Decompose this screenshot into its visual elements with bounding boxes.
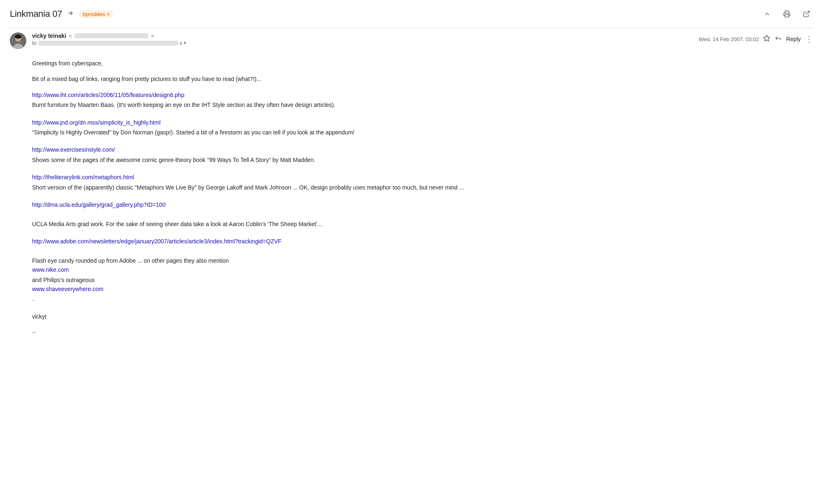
new-window-icon[interactable] (800, 7, 813, 21)
link-4-desc: Short version of the (apparently) classi… (32, 184, 464, 191)
greeting: Greetings from cyberspace, (32, 59, 813, 68)
more-options-button[interactable]: ⋮ (805, 34, 813, 44)
sender-email-bracket-close: > (151, 33, 154, 39)
link-6-desc-end: . (32, 296, 34, 302)
tag-chip[interactable]: bproddes × (79, 10, 113, 18)
recipients-abbreviation: s (180, 40, 183, 46)
intro: Bit of a mixed bag of links, ranging fro… (32, 74, 813, 83)
link-block-5: http://dma.ucla.edu/gallery/grad_gallery… (32, 200, 813, 229)
email-date: Wed, 14 Feb 2007, 03:02 (699, 36, 759, 42)
email-meta-row: vicky teinaki < > to s ▾ Wed, 14 Feb 200… (10, 28, 813, 51)
star-icon[interactable] (763, 35, 770, 44)
sender-name: vicky teinaki (32, 32, 66, 39)
to-row: to s ▾ (32, 40, 699, 46)
svg-line-2 (806, 11, 809, 14)
link-6[interactable]: http://www.adobe.com/newsletters/edge/ja… (32, 237, 813, 246)
print-icon[interactable] (780, 7, 793, 21)
link-5-desc: UCLA Media Arts grad work. For the sake … (32, 221, 322, 227)
link-3[interactable]: http://www.exercisesinstyle.com/ (32, 145, 813, 154)
link-6-desc-mid: and Philips's outrageous (32, 277, 95, 283)
reply-arrow-icon[interactable] (774, 35, 782, 44)
dash-separator: -- (32, 328, 813, 337)
tag-label: bproddes (83, 11, 105, 17)
sender-email-bracket-open: < (69, 33, 72, 39)
email-meta-right: Wed, 14 Feb 2007, 03:02 Reply ⋮ (699, 34, 813, 44)
archive-icon[interactable] (761, 7, 774, 21)
email-body: Greetings from cyberspace, Bit of a mixe… (10, 51, 813, 345)
email-signature: vickyt (32, 312, 813, 321)
reply-button[interactable]: Reply (786, 36, 801, 42)
to-label: to (32, 40, 37, 46)
svg-rect-1 (785, 15, 789, 17)
link-3-desc: Shows some of the pages of the awesome c… (32, 157, 315, 163)
sender-info: vicky teinaki < > to s ▾ (32, 32, 699, 46)
forward-icon (66, 9, 74, 19)
sender-email-redacted (74, 33, 148, 38)
link-block-2: http://www.jnd.org/dn.mss/simplicity_is_… (32, 118, 813, 137)
link-block-6: http://www.adobe.com/newsletters/edge/ja… (32, 237, 813, 304)
link-1[interactable]: http://www.iht.com/articles/2006/11/05/f… (32, 90, 813, 99)
svg-marker-9 (764, 35, 770, 41)
tag-remove-button[interactable]: × (106, 11, 110, 17)
to-recipients-redacted (38, 41, 178, 46)
link-block-3: http://www.exercisesinstyle.com/ Shows s… (32, 145, 813, 164)
email-container: vicky teinaki < > to s ▾ Wed, 14 Feb 200… (0, 25, 823, 345)
avatar (10, 32, 26, 49)
svg-point-8 (15, 35, 21, 39)
link-block-1: http://www.iht.com/articles/2006/11/05/f… (32, 90, 813, 110)
link-2[interactable]: http://www.jnd.org/dn.mss/simplicity_is_… (32, 118, 813, 127)
link-4[interactable]: http://theliterarylink.com/metaphors.htm… (32, 173, 813, 182)
link-2-desc: "Simplicity Is Highly Overrated" by Don … (32, 129, 354, 136)
expand-recipients-icon[interactable]: ▾ (184, 40, 186, 46)
sender-name-row: vicky teinaki < > (32, 32, 699, 39)
link-1-desc: Burnt furniture by Maarten Baas. (It's w… (32, 102, 335, 108)
signature-name: vickyt (32, 312, 813, 321)
link-6-nike[interactable]: www.nike.com (32, 265, 813, 274)
link-6-shave[interactable]: www.shaveeverywhere.com (32, 284, 813, 294)
link-5[interactable]: http://dma.ucla.edu/gallery/grad_gallery… (32, 200, 813, 209)
link-block-4: http://theliterarylink.com/metaphors.htm… (32, 173, 813, 192)
email-header: Linkmania 07 bproddes × (0, 0, 823, 25)
header-action-icons (761, 7, 813, 21)
email-subject: Linkmania 07 (10, 9, 62, 19)
link-6-desc-pre: Flash eye candy rounded up from Adobe ..… (32, 257, 229, 264)
